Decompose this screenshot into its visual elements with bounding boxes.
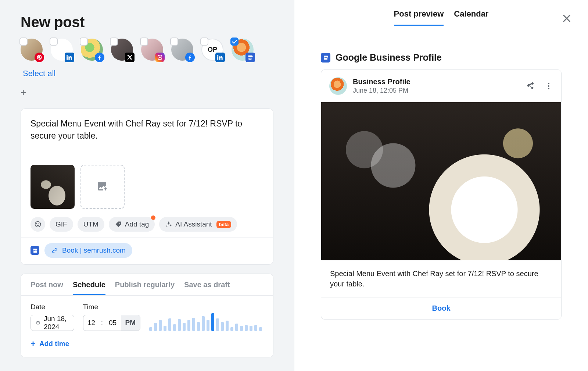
link-icon xyxy=(51,247,58,254)
close-button[interactable] xyxy=(562,13,572,25)
linkedin-icon xyxy=(215,53,225,62)
time-label: Time xyxy=(83,303,141,311)
tab-schedule[interactable]: Schedule xyxy=(73,281,105,295)
compose-card: Special Menu Event with Chef Ray set for… xyxy=(21,108,273,265)
preview-caption: Special Menu Event with Chef Ray set for… xyxy=(321,260,561,297)
attached-image[interactable] xyxy=(31,165,75,209)
select-all-link[interactable]: Select all xyxy=(23,69,55,78)
tab-calendar[interactable]: Calendar xyxy=(454,9,488,26)
account-pinterest[interactable] xyxy=(21,39,43,61)
account-instagram[interactable] xyxy=(141,39,163,61)
utm-button[interactable]: UTM xyxy=(78,217,104,232)
x-icon xyxy=(125,53,135,62)
emoji-icon xyxy=(34,221,42,228)
calendar-icon xyxy=(36,320,40,326)
facebook-icon xyxy=(95,53,104,62)
preview-timestamp: June 18, 12:05 PM xyxy=(353,87,410,94)
gif-button[interactable]: GIF xyxy=(50,217,73,232)
account-linkedin-2[interactable]: OP xyxy=(201,39,223,61)
date-input[interactable]: Jun 18, 2024 xyxy=(31,315,74,331)
preview-profile-name: Business Profile xyxy=(353,78,410,86)
beta-badge: beta xyxy=(216,221,232,228)
tab-publish-regularly[interactable]: Publish regularly xyxy=(115,281,175,295)
preview-image xyxy=(321,102,561,260)
account-selector: OP Select all xyxy=(21,39,273,78)
account-facebook-2[interactable] xyxy=(171,39,193,61)
share-icon[interactable] xyxy=(526,82,535,90)
gbp-badge-icon xyxy=(31,246,39,255)
pinterest-icon xyxy=(35,53,44,62)
notification-dot xyxy=(151,215,155,220)
ai-assistant-button[interactable]: AI Assistant beta xyxy=(159,217,237,232)
svg-point-2 xyxy=(548,88,549,89)
cta-link-pill[interactable]: Book | semrush.com xyxy=(44,243,132,258)
date-label: Date xyxy=(31,303,74,311)
svg-point-0 xyxy=(548,83,549,84)
best-time-histogram xyxy=(149,313,263,331)
compose-textarea[interactable]: Special Menu Event with Chef Ray set for… xyxy=(31,118,263,151)
emoji-button[interactable] xyxy=(31,217,45,232)
add-media-button[interactable] xyxy=(80,165,125,209)
tab-post-preview[interactable]: Post preview xyxy=(394,9,444,26)
add-tag-button[interactable]: Add tag xyxy=(109,217,155,232)
sparkle-icon xyxy=(165,221,172,228)
add-account-button[interactable]: + xyxy=(21,89,29,97)
tab-post-now[interactable]: Post now xyxy=(31,281,63,295)
tag-icon xyxy=(115,221,122,228)
account-x[interactable] xyxy=(111,39,133,61)
more-icon[interactable] xyxy=(544,82,553,90)
tab-save-draft[interactable]: Save as draft xyxy=(184,281,230,295)
instagram-icon xyxy=(155,53,165,62)
facebook-icon xyxy=(185,53,195,62)
schedule-card: Post now Schedule Publish regularly Save… xyxy=(21,274,273,357)
gbp-icon xyxy=(321,53,330,63)
account-gbp[interactable] xyxy=(232,39,254,61)
add-time-button[interactable]: +Add time xyxy=(31,340,69,348)
preview-platform-title: Google Business Profile xyxy=(336,52,442,63)
account-facebook-1[interactable] xyxy=(81,39,103,61)
time-input[interactable]: 12 : 05 PM xyxy=(83,315,141,331)
ampm-toggle[interactable]: PM xyxy=(121,315,140,331)
google-business-icon xyxy=(245,53,255,62)
account-linkedin-1[interactable] xyxy=(51,39,73,61)
linkedin-icon xyxy=(65,53,74,62)
preview-card: Business Profile June 18, 12:05 PM Speci… xyxy=(321,69,562,320)
page-title: New post xyxy=(21,14,273,31)
preview-cta-link[interactable]: Book xyxy=(432,304,451,312)
preview-avatar xyxy=(329,77,347,95)
svg-point-1 xyxy=(548,85,549,87)
image-plus-icon xyxy=(96,181,109,193)
